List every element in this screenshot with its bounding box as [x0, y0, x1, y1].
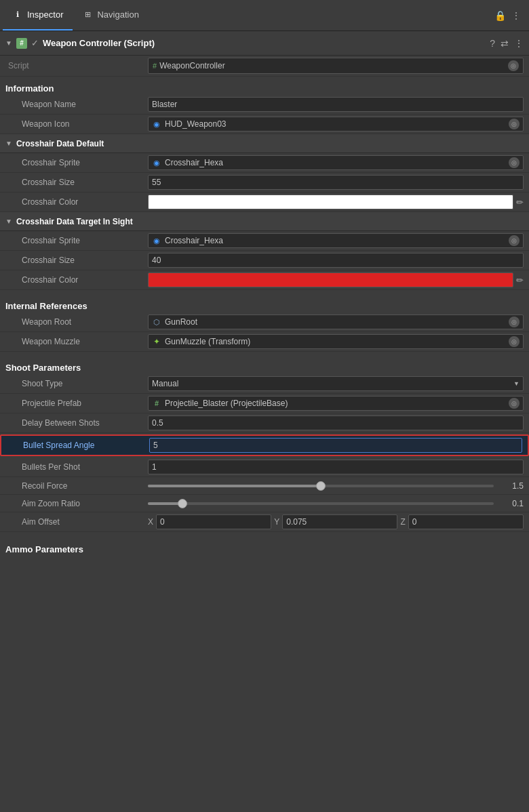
- settings-icon[interactable]: ⇄: [501, 38, 509, 49]
- bullets-per-shot-input[interactable]: [148, 460, 524, 474]
- shoot-type-value: Manual ▼: [148, 376, 524, 391]
- shoot-params-section-header: Shoot Parameters: [0, 356, 529, 374]
- recoil-force-row: Recoil Force 1.5: [0, 477, 529, 495]
- help-icon[interactable]: ?: [490, 38, 495, 49]
- script-target-button[interactable]: ◎: [508, 60, 519, 71]
- information-label: Information: [5, 83, 148, 94]
- lock-icon[interactable]: 🔒: [494, 10, 506, 21]
- recoil-force-label: Recoil Force: [5, 481, 148, 491]
- aim-offset-z-input[interactable]: [408, 514, 524, 529]
- weapon-icon-row: Weapon Icon ◉ HUD_Weapon03 ◎: [0, 115, 529, 134]
- delay-between-shots-input[interactable]: [148, 415, 524, 430]
- aim-zoom-ratio-slider-value: 0.1: [499, 499, 524, 508]
- crosshair-default-section: ▼ Crosshair Data Default: [0, 134, 529, 153]
- bullet-spread-angle-row: Bullet Spread Angle: [0, 434, 529, 456]
- projectile-prefab-name: Projectile_Blaster (ProjectileBase): [165, 399, 505, 408]
- crosshair-default-size-row: Crosshair Size: [0, 173, 529, 192]
- tab-navigation[interactable]: ⊞ Navigation: [73, 0, 148, 31]
- projectile-prefab-hash-icon: #: [152, 399, 161, 408]
- aim-offset-y-label: Y: [274, 517, 279, 527]
- crosshair-default-sprite-target[interactable]: ◎: [509, 157, 520, 168]
- aim-zoom-ratio-slider-track[interactable]: [148, 502, 494, 505]
- tabs-right-controls: 🔒 ⋮: [494, 10, 526, 21]
- crosshair-target-color-row: Crosshair Color ✏: [0, 270, 529, 290]
- weapon-muzzle-field[interactable]: ✦ GunMuzzle (Transform) ◎: [148, 334, 524, 349]
- bullets-per-shot-value: [148, 460, 524, 474]
- weapon-muzzle-name: GunMuzzle (Transform): [165, 337, 505, 346]
- tab-inspector[interactable]: ℹ Inspector: [3, 0, 73, 31]
- crosshair-default-sprite-field[interactable]: ◉ Crosshair_Hexa ◎: [148, 155, 524, 170]
- crosshair-default-color-swatch[interactable]: [148, 195, 513, 209]
- script-object-field[interactable]: # WeaponController ◎: [148, 58, 524, 74]
- header-icons: ? ⇄ ⋮: [490, 38, 524, 49]
- crosshair-target-size-row: Crosshair Size: [0, 251, 529, 270]
- aim-offset-label: Aim Offset: [5, 517, 148, 527]
- crosshair-default-size-value: [148, 175, 524, 190]
- inspector-body: Script # WeaponController ◎ Information …: [0, 56, 529, 583]
- crosshair-default-arrow[interactable]: ▼: [5, 140, 12, 147]
- weapon-root-label: Weapon Root: [5, 317, 148, 327]
- aim-offset-x-input[interactable]: [156, 514, 271, 529]
- aim-offset-y-input[interactable]: [282, 514, 397, 529]
- projectile-prefab-value: # Projectile_Blaster (ProjectileBase) ◎: [148, 396, 524, 411]
- script-value-container: # WeaponController ◎: [148, 58, 524, 74]
- crosshair-target-sprite-name: Crosshair_Hexa: [165, 236, 505, 245]
- recoil-force-slider-value: 1.5: [499, 481, 524, 491]
- more-menu-icon[interactable]: ⋮: [511, 10, 521, 21]
- aim-zoom-ratio-slider-thumb[interactable]: [178, 499, 187, 508]
- weapon-root-field[interactable]: ⬡ GunRoot ◎: [148, 314, 524, 329]
- weapon-muzzle-target-button[interactable]: ◎: [509, 336, 520, 347]
- crosshair-target-sprite-field[interactable]: ◉ Crosshair_Hexa ◎: [148, 233, 524, 248]
- recoil-force-value: 1.5: [148, 481, 524, 491]
- crosshair-target-sprite-target[interactable]: ◎: [509, 235, 520, 246]
- weapon-icon-field[interactable]: ◉ HUD_Weapon03 ◎: [148, 117, 524, 131]
- crosshair-target-color-label: Crosshair Color: [5, 275, 148, 285]
- component-collapse-arrow[interactable]: ▼: [5, 39, 12, 47]
- weapon-icon-label: Weapon Icon: [5, 119, 148, 129]
- crosshair-target-color-pencil[interactable]: ✏: [516, 275, 524, 285]
- ammo-section-header: Ammo Parameters: [0, 537, 529, 556]
- shoot-type-dropdown[interactable]: Manual ▼: [148, 376, 524, 391]
- weapon-root-target-button[interactable]: ◎: [509, 317, 520, 327]
- projectile-prefab-target-button[interactable]: ◎: [509, 398, 520, 409]
- information-section-header: Information: [0, 77, 529, 95]
- weapon-name-input[interactable]: [148, 97, 524, 112]
- internal-refs-label: Internal References: [5, 301, 148, 311]
- crosshair-default-sprite-row: Crosshair Sprite ◉ Crosshair_Hexa ◎: [0, 153, 529, 173]
- recoil-force-slider-thumb[interactable]: [316, 481, 326, 491]
- weapon-name-value: [148, 97, 524, 112]
- crosshair-target-sprite-icon: ◉: [152, 236, 161, 245]
- tab-navigation-label: Navigation: [97, 9, 138, 20]
- aim-offset-value: X Y Z: [148, 514, 524, 529]
- overflow-icon[interactable]: ⋮: [514, 38, 524, 49]
- bullet-spread-angle-input[interactable]: [149, 438, 522, 453]
- crosshair-default-color-pencil[interactable]: ✏: [516, 197, 524, 207]
- recoil-force-slider-track[interactable]: [148, 485, 494, 487]
- crosshair-target-size-input[interactable]: [148, 253, 524, 268]
- crosshair-target-size-value: [148, 253, 524, 268]
- delay-between-shots-value: [148, 415, 524, 430]
- crosshair-default-title: Crosshair Data Default: [16, 139, 104, 148]
- projectile-prefab-field[interactable]: # Projectile_Blaster (ProjectileBase) ◎: [148, 396, 524, 411]
- aim-zoom-ratio-value: 0.1: [148, 499, 524, 508]
- shoot-type-row: Shoot Type Manual ▼: [0, 374, 529, 394]
- crosshair-target-color-swatch[interactable]: [148, 272, 513, 287]
- bullets-per-shot-row: Bullets Per Shot: [0, 458, 529, 477]
- delay-between-shots-label: Delay Between Shots: [5, 418, 148, 428]
- crosshair-default-sprite-label: Crosshair Sprite: [5, 158, 148, 167]
- aim-offset-x-label: X: [148, 517, 153, 527]
- weapon-icon-name: HUD_Weapon03: [165, 119, 505, 129]
- crosshair-target-arrow[interactable]: ▼: [5, 218, 12, 225]
- crosshair-default-size-input[interactable]: [148, 175, 524, 190]
- crosshair-target-sprite-row: Crosshair Sprite ◉ Crosshair_Hexa ◎: [0, 231, 529, 251]
- bullet-spread-angle-label: Bullet Spread Angle: [7, 441, 149, 450]
- crosshair-target-sprite-value: ◉ Crosshair_Hexa ◎: [148, 233, 524, 248]
- script-label: Script: [5, 61, 148, 70]
- weapon-root-name: GunRoot: [165, 317, 505, 327]
- weapon-icon-target-button[interactable]: ◎: [509, 119, 520, 129]
- weapon-name-row: Weapon Name: [0, 95, 529, 115]
- bullets-per-shot-label: Bullets Per Shot: [5, 462, 148, 472]
- delay-between-shots-row: Delay Between Shots: [0, 413, 529, 433]
- navigation-icon: ⊞: [82, 9, 93, 20]
- component-checkbox[interactable]: ✓: [31, 38, 39, 48]
